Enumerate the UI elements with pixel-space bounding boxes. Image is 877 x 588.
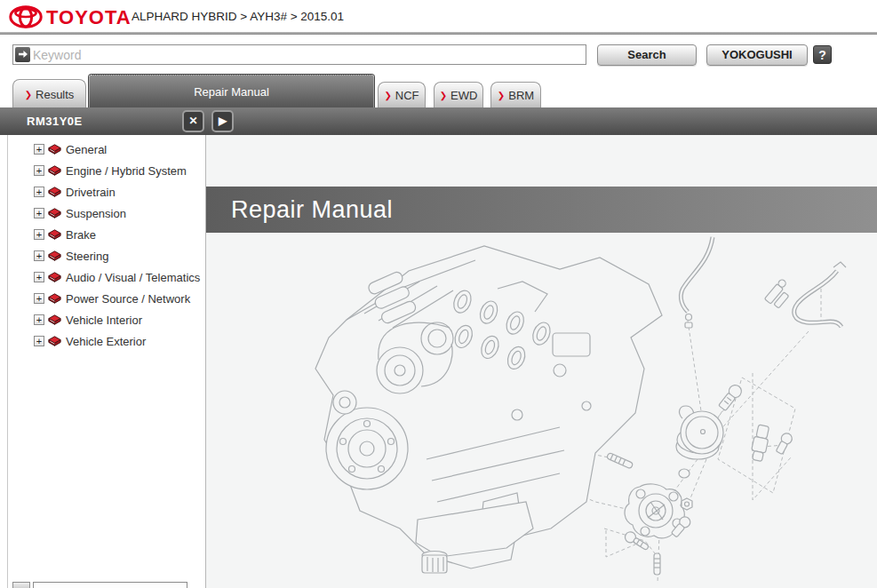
toyota-emblem-icon: [9, 5, 43, 32]
sidebar-tree-item[interactable]: + Vehicle Exterior: [8, 330, 205, 352]
search-input[interactable]: [33, 45, 584, 64]
tab-repair-manual[interactable]: Repair Manual: [89, 75, 374, 108]
tab-bar: ❯ Results Repair Manual ❯ NCF ❯ EWD ❯ BR…: [0, 75, 877, 108]
sidebar-tree-item-label: Drivetrain: [66, 186, 116, 199]
sidebar-tree-item[interactable]: + Audio / Visual / Telematics: [8, 266, 205, 288]
tab-arrow-icon: ❯: [440, 91, 447, 100]
page-title: Repair Manual: [231, 196, 393, 224]
yokogushi-button[interactable]: YOKOGUSHI: [706, 44, 808, 66]
tab-label: BRM: [508, 89, 534, 102]
manual-toc-sidebar: + General + Engin: [7, 135, 206, 588]
sidebar-tree-item[interactable]: + Power Source / Network: [8, 288, 205, 309]
expand-plus-icon[interactable]: +: [34, 165, 44, 176]
sidebar-tree-item[interactable]: + Vehicle Interior: [8, 309, 205, 330]
expand-plus-icon[interactable]: +: [34, 208, 44, 219]
sidebar-horizontal-scrollbar[interactable]: [8, 582, 205, 588]
sidebar-tree-item[interactable]: + Engine / Hybrid System: [8, 160, 205, 181]
book-icon: [47, 164, 62, 178]
content-pane: Repair Manual: [206, 135, 877, 588]
scrollbar-thumb[interactable]: [33, 582, 187, 588]
expand-plus-icon[interactable]: +: [34, 314, 44, 325]
sidebar-tree-item[interactable]: + Drivetrain: [8, 181, 205, 203]
book-icon: [47, 228, 62, 242]
expand-plus-icon[interactable]: +: [34, 250, 44, 261]
tab-label: NCF: [395, 89, 419, 102]
engine-exploded-view-illustration: [293, 235, 877, 588]
search-button[interactable]: Search: [597, 44, 697, 66]
tab-arrow-icon: ❯: [384, 91, 391, 100]
header: TOYOTA ALPHARD HYBRID > AYH3# > 2015.01: [0, 0, 877, 32]
sidebar-tree-item-label: Suspension: [66, 207, 126, 220]
scrollbar-left-button[interactable]: [12, 582, 30, 588]
book-icon: [47, 143, 62, 156]
tab-ewd[interactable]: ❯ EWD: [434, 82, 483, 108]
book-icon: [47, 207, 62, 220]
tab-arrow-icon: ❯: [25, 90, 32, 99]
sidebar-tree-item-label: General: [66, 143, 107, 156]
help-icon[interactable]: ?: [813, 45, 832, 64]
application-window: TOYOTA ALPHARD HYBRID > AYH3# > 2015.01 …: [0, 0, 877, 588]
book-icon: [47, 271, 62, 284]
sidebar-tree-item-label: Brake: [66, 228, 96, 242]
keyword-search-box[interactable]: [12, 44, 586, 65]
tab-brm[interactable]: ❯ BRM: [490, 82, 541, 108]
tab-ncf[interactable]: ❯ NCF: [378, 82, 426, 108]
sidebar-tree-item[interactable]: + Brake: [8, 224, 205, 245]
sidebar-tree-item[interactable]: + General: [8, 139, 205, 160]
sidebar-tree: + General + Engin: [8, 139, 205, 352]
header-divider: [0, 32, 877, 35]
book-icon: [47, 335, 62, 348]
sidebar-tree-item-label: Vehicle Exterior: [66, 335, 146, 348]
expand-plus-icon[interactable]: +: [34, 272, 44, 282]
sidebar-tree-item-label: Power Source / Network: [66, 292, 190, 306]
search-arrow-icon[interactable]: [15, 47, 30, 62]
sidebar-tree-item-label: Vehicle Interior: [66, 314, 142, 327]
toyota-wordmark: TOYOTA: [46, 6, 132, 29]
close-icon[interactable]: ✕: [182, 110, 204, 132]
page-title-banner: Repair Manual: [206, 187, 877, 233]
tab-results[interactable]: ❯ Results: [12, 79, 86, 108]
tab-arrow-icon: ❯: [498, 91, 505, 100]
expand-plus-icon[interactable]: +: [34, 293, 44, 304]
expand-plus-icon[interactable]: +: [34, 144, 44, 155]
sidebar-tree-item[interactable]: + Steering: [8, 245, 205, 266]
sidebar-tree-item-label: Audio / Visual / Telematics: [66, 271, 200, 284]
tab-label: Repair Manual: [194, 85, 269, 99]
expand-plus-icon[interactable]: +: [34, 187, 44, 197]
sidebar-tree-item[interactable]: + Suspension: [8, 203, 205, 224]
tab-label: Results: [36, 88, 74, 101]
manual-code: RM31Y0E: [27, 107, 83, 135]
manual-title-bar: RM31Y0E ✕ ▶: [0, 107, 877, 135]
breadcrumb: ALPHARD HYBRID > AYH3# > 2015.01: [132, 0, 344, 32]
expand-plus-icon[interactable]: +: [34, 336, 44, 346]
tab-label: EWD: [450, 89, 477, 102]
book-icon: [47, 250, 62, 263]
sidebar-tree-item-label: Engine / Hybrid System: [66, 164, 187, 178]
sidebar-tree-item-label: Steering: [66, 250, 108, 263]
collapse-panel-arrow-icon[interactable]: ▶: [211, 110, 234, 132]
book-icon: [47, 186, 62, 199]
book-icon: [47, 292, 62, 306]
expand-plus-icon[interactable]: +: [34, 229, 44, 240]
book-icon: [47, 314, 62, 327]
